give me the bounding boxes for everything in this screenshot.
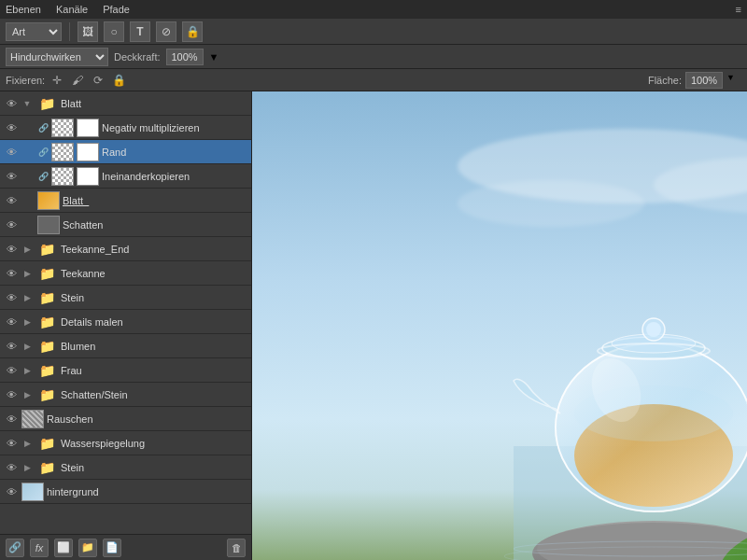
fix-brush-icon[interactable]: 🖌 bbox=[69, 72, 86, 89]
layer-thumbnail bbox=[37, 191, 60, 210]
visibility-icon[interactable]: 👁 bbox=[4, 266, 19, 281]
layer-name-label: Teekanne bbox=[61, 268, 247, 279]
layer-link-icon: 🔗 bbox=[37, 145, 49, 160]
expand-arrow[interactable]: ▶ bbox=[21, 242, 33, 257]
layer-name-label: Schatten/Stein bbox=[61, 389, 247, 400]
layer-item[interactable]: 👁▶📁Stein bbox=[0, 286, 251, 310]
layer-item[interactable]: 👁▶📁Frau bbox=[0, 358, 251, 383]
layer-name-label: Blumen bbox=[61, 341, 247, 352]
visibility-icon[interactable]: 👁 bbox=[4, 217, 19, 232]
layer-thumbnail bbox=[51, 143, 74, 161]
folder-icon: 📁 bbox=[35, 288, 58, 307]
delete-layer-button[interactable]: 🗑 bbox=[227, 539, 246, 557]
layer-name-label: Wasserspiegelung bbox=[61, 438, 247, 449]
layer-thumbnail bbox=[51, 119, 74, 137]
layer-name-label: Ineinanderkopieren bbox=[102, 171, 247, 182]
visibility-icon[interactable]: 👁 bbox=[4, 412, 19, 427]
layer-item[interactable]: 👁▶📁Teekanne bbox=[0, 261, 251, 286]
expand-arrow[interactable]: ▶ bbox=[21, 315, 33, 329]
folder-icon: 📁 bbox=[35, 434, 58, 453]
menu-collapse[interactable]: ≡ bbox=[734, 4, 743, 15]
fx-button[interactable]: fx bbox=[30, 539, 49, 557]
layer-item[interactable]: 👁Schatten bbox=[0, 213, 251, 237]
layers-panel: 👁▼📁Blatt👁🔗Negativ multiplizieren👁🔗Rand👁🔗… bbox=[0, 91, 252, 560]
canvas-area bbox=[252, 91, 747, 560]
visibility-icon[interactable]: 👁 bbox=[4, 96, 19, 111]
layer-thumbnail bbox=[37, 216, 60, 234]
visibility-icon[interactable]: 👁 bbox=[4, 339, 19, 354]
add-mask-button[interactable]: ⬜ bbox=[54, 539, 73, 557]
menu-bar: Ebenen Kanäle Pfade ≡ bbox=[0, 0, 747, 19]
layer-name-label: Schatten bbox=[63, 219, 247, 231]
scene-background bbox=[252, 91, 747, 560]
visibility-icon[interactable]: 👁 bbox=[4, 290, 19, 305]
circle-icon[interactable]: ○ bbox=[104, 21, 124, 42]
layer-item[interactable]: 👁🔗Negativ multiplizieren bbox=[0, 116, 251, 140]
area-input[interactable] bbox=[685, 72, 723, 89]
fix-lock2-icon[interactable]: 🔒 bbox=[110, 72, 127, 89]
expand-arrow[interactable]: ▶ bbox=[21, 339, 33, 354]
layer-item[interactable]: 👁Blatt_ bbox=[0, 189, 251, 213]
layer-item[interactable]: 👁▶📁Blumen bbox=[0, 334, 251, 358]
visibility-icon[interactable]: 👁 bbox=[4, 193, 19, 208]
layer-type-select[interactable]: Art bbox=[6, 22, 62, 41]
layer-item[interactable]: 👁🔗Ineinanderkopieren bbox=[0, 164, 251, 189]
image-icon[interactable]: 🖼 bbox=[78, 21, 98, 42]
fix-move-icon[interactable]: ✛ bbox=[49, 72, 65, 89]
visibility-icon[interactable]: 👁 bbox=[4, 484, 19, 499]
layers-bottom-toolbar: 🔗 fx ⬜ 📁 📄 🗑 bbox=[0, 534, 251, 560]
visibility-icon[interactable]: 👁 bbox=[4, 363, 19, 378]
new-layer-button[interactable]: 📄 bbox=[103, 539, 121, 557]
visibility-icon[interactable]: 👁 bbox=[4, 315, 19, 329]
expand-arrow[interactable]: ▶ bbox=[21, 266, 33, 281]
layer-name-label: Stein bbox=[61, 462, 247, 473]
path-icon[interactable]: ⊘ bbox=[156, 21, 176, 42]
opacity-arrow[interactable]: ▼ bbox=[209, 51, 219, 63]
opacity-input[interactable] bbox=[166, 49, 204, 65]
layer-name-label: Rauschen bbox=[47, 413, 247, 425]
layer-item[interactable]: 👁▶📁Details malen bbox=[0, 310, 251, 334]
new-group-button[interactable]: 📁 bbox=[78, 539, 97, 557]
layer-item[interactable]: 👁▶📁Stein bbox=[0, 455, 251, 480]
text-icon[interactable]: T bbox=[130, 21, 150, 42]
folder-icon: 📁 bbox=[35, 313, 58, 331]
layer-item[interactable]: 👁▶📁Schatten/Stein bbox=[0, 383, 251, 407]
visibility-icon[interactable]: 👁 bbox=[4, 436, 19, 451]
layer-item[interactable]: 👁hintergrund bbox=[0, 480, 251, 504]
layer-thumbnail bbox=[51, 167, 74, 186]
main-area: 👁▼📁Blatt👁🔗Negativ multiplizieren👁🔗Rand👁🔗… bbox=[0, 91, 747, 560]
blend-mode-select[interactable]: Hindurchwirken bbox=[6, 48, 108, 66]
layer-item[interactable]: 👁▶📁Wasserspiegelung bbox=[0, 431, 251, 455]
expand-arrow[interactable]: ▶ bbox=[21, 387, 33, 402]
menu-kanaele[interactable]: Kanäle bbox=[54, 4, 90, 15]
fix-label: Fixieren: bbox=[6, 75, 45, 86]
layer-item[interactable]: 👁▼📁Blatt bbox=[0, 91, 251, 116]
layer-name-label: Teekanne_End bbox=[61, 244, 247, 255]
layer-thumbnail bbox=[21, 410, 44, 428]
svg-point-18 bbox=[646, 322, 661, 337]
lock-icon[interactable]: 🔒 bbox=[182, 21, 203, 42]
expand-arrow[interactable]: ▶ bbox=[21, 290, 33, 305]
fix-angle-icon[interactable]: ⟳ bbox=[90, 72, 106, 89]
visibility-icon[interactable]: 👁 bbox=[4, 387, 19, 402]
visibility-icon[interactable]: 👁 bbox=[4, 145, 19, 160]
expand-arrow[interactable]: ▼ bbox=[21, 96, 33, 111]
layer-item[interactable]: 👁🔗Rand bbox=[0, 140, 251, 164]
folder-icon: 📁 bbox=[35, 361, 58, 380]
svg-point-3 bbox=[458, 180, 644, 227]
visibility-icon[interactable]: 👁 bbox=[4, 169, 19, 184]
visibility-icon[interactable]: 👁 bbox=[4, 460, 19, 475]
visibility-icon[interactable]: 👁 bbox=[4, 242, 19, 257]
menu-ebenen[interactable]: Ebenen bbox=[4, 4, 43, 15]
visibility-icon[interactable]: 👁 bbox=[4, 120, 19, 135]
menu-pfade[interactable]: Pfade bbox=[101, 4, 132, 15]
fix-bar: Fixieren: ✛ 🖌 ⟳ 🔒 Fläche: ▼ bbox=[0, 69, 747, 91]
link-layers-button[interactable]: 🔗 bbox=[6, 539, 24, 557]
layer-item[interactable]: 👁Rauschen bbox=[0, 407, 251, 431]
area-arrow[interactable]: ▼ bbox=[726, 73, 741, 88]
layer-name-label: Negativ multiplizieren bbox=[102, 122, 247, 133]
expand-arrow[interactable]: ▶ bbox=[21, 363, 33, 378]
expand-arrow[interactable]: ▶ bbox=[21, 436, 33, 451]
expand-arrow[interactable]: ▶ bbox=[21, 460, 33, 475]
layer-item[interactable]: 👁▶📁Teekanne_End bbox=[0, 237, 251, 261]
